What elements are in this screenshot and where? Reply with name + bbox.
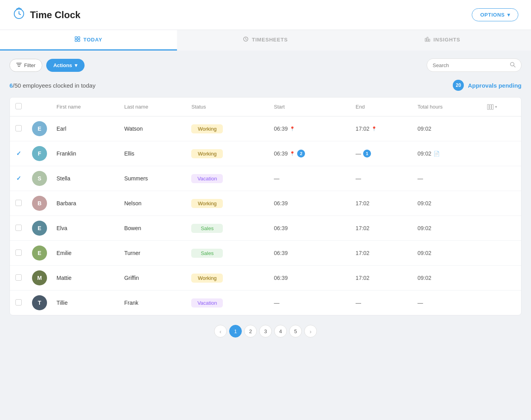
geo-icon: 📍: [290, 151, 295, 156]
toolbar-left: Filter Actions ▾: [9, 59, 85, 72]
col-end: End: [351, 98, 413, 116]
col-toggle-chevron: ▾: [495, 105, 497, 109]
row-last-name: Turner: [119, 241, 186, 266]
page-2-button[interactable]: 2: [244, 325, 257, 338]
filter-button[interactable]: Filter: [9, 59, 42, 72]
row-first-name: Stella: [52, 166, 119, 191]
end-time: 17:02: [356, 225, 369, 231]
col-toggle[interactable]: ▾: [482, 98, 521, 116]
start-time: —: [274, 300, 279, 306]
row-total-hours: 09:02: [413, 191, 482, 216]
next-page-button[interactable]: ›: [304, 325, 317, 338]
page-1-button[interactable]: 1: [229, 325, 242, 338]
row-status: Working: [186, 141, 269, 166]
approvals-pending[interactable]: 20 Approvals pending: [453, 80, 522, 91]
row-status: Working: [186, 266, 269, 291]
select-all-checkbox[interactable]: [15, 103, 22, 109]
row-checkbox-cell[interactable]: ✓: [10, 166, 27, 191]
svg-rect-10: [429, 39, 430, 41]
row-avatar-cell: B: [27, 191, 52, 216]
avatar: S: [32, 171, 47, 186]
row-actions: [482, 216, 521, 241]
total-time: 09:02: [418, 250, 431, 256]
prev-page-button[interactable]: ‹: [214, 325, 227, 338]
row-status: Sales: [186, 241, 269, 266]
row-first-name: Tillie: [52, 291, 119, 315]
row-checkbox[interactable]: ✓: [16, 150, 21, 157]
filter-icon: [16, 62, 22, 68]
row-start: 06:39: [269, 191, 351, 216]
row-end: —1: [351, 141, 413, 166]
avatar: E: [32, 246, 47, 261]
row-last-name: Nelson: [119, 191, 186, 216]
actions-button[interactable]: Actions ▾: [46, 59, 85, 72]
end-badge: 1: [363, 150, 371, 158]
total-count: 50: [15, 82, 21, 89]
row-checkbox-cell[interactable]: [10, 241, 27, 266]
row-checkbox[interactable]: [15, 249, 22, 256]
row-checkbox[interactable]: [15, 200, 22, 206]
end-time: 17:02: [356, 275, 369, 281]
table-header-row: First name Last name Status Start End To…: [10, 98, 521, 116]
tab-timesheets[interactable]: TIMESHEETS: [177, 30, 354, 51]
row-status: Vacation: [186, 166, 269, 191]
col-start: Start: [269, 98, 351, 116]
row-start: —: [269, 166, 351, 191]
row-checkbox[interactable]: ✓: [16, 175, 21, 182]
row-total-hours: 09:02: [413, 216, 482, 241]
end-time: —: [356, 300, 361, 306]
avatar: E: [32, 221, 47, 236]
row-end: 17:02: [351, 241, 413, 266]
options-button[interactable]: OPTIONS ▾: [472, 8, 518, 21]
row-end: 17:02📍: [351, 116, 413, 141]
row-checkbox-cell[interactable]: [10, 291, 27, 315]
row-checkbox-cell[interactable]: [10, 191, 27, 216]
row-checkbox-cell[interactable]: [10, 116, 27, 141]
search-input[interactable]: [433, 62, 507, 68]
page-4-button[interactable]: 4: [274, 325, 287, 338]
header: Time Clock OPTIONS ▾: [0, 0, 531, 30]
search-box[interactable]: [427, 58, 522, 72]
status-badge: Working: [191, 149, 223, 158]
col-checkbox[interactable]: [10, 98, 27, 116]
table-row: ✓SStellaSummersVacation———: [10, 166, 521, 191]
grid-icon: [75, 36, 80, 43]
row-checkbox[interactable]: [15, 274, 22, 281]
row-end: 17:02: [351, 191, 413, 216]
row-status: Sales: [186, 216, 269, 241]
row-actions: [482, 241, 521, 266]
table-row: MMattieGriffinWorking06:3917:0209:02: [10, 266, 521, 291]
total-time: 09:02: [418, 150, 431, 157]
status-badge: Working: [191, 199, 223, 208]
filter-label: Filter: [24, 62, 36, 68]
page-3-button[interactable]: 3: [259, 325, 272, 338]
row-end: —: [351, 166, 413, 191]
end-time: 17:02: [356, 250, 369, 256]
total-time: —: [418, 175, 423, 182]
tab-insights[interactable]: INSIGHTS: [354, 30, 531, 51]
row-checkbox[interactable]: [15, 299, 22, 306]
row-checkbox[interactable]: [15, 225, 22, 231]
timeclock-icon: [13, 7, 25, 22]
svg-rect-3: [75, 37, 77, 39]
row-checkbox-cell[interactable]: ✓: [10, 141, 27, 166]
row-checkbox[interactable]: [15, 125, 22, 131]
row-actions: [482, 191, 521, 216]
row-checkbox-cell[interactable]: [10, 216, 27, 241]
svg-rect-4: [78, 37, 80, 39]
row-actions: [482, 141, 521, 166]
page-5-button[interactable]: 5: [289, 325, 302, 338]
row-avatar-cell: F: [27, 141, 52, 166]
header-left: Time Clock: [13, 7, 81, 22]
svg-rect-18: [491, 104, 493, 109]
tab-today[interactable]: TODAY: [0, 30, 177, 51]
row-total-hours: 09:02: [413, 116, 482, 141]
row-checkbox-cell[interactable]: [10, 266, 27, 291]
svg-line-2: [19, 14, 21, 15]
start-badge: 2: [297, 150, 305, 158]
tabs-container: TODAY TIMESHEETS INSIGHTS: [0, 30, 531, 51]
row-last-name: Ellis: [119, 141, 186, 166]
row-start: 06:39: [269, 241, 351, 266]
row-last-name: Bowen: [119, 216, 186, 241]
svg-rect-6: [78, 39, 80, 41]
